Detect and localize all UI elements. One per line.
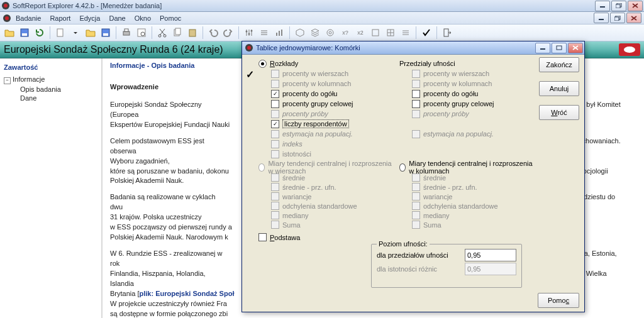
p4c-link[interactable]: plik: Europejski Sondaż Społ (139, 290, 234, 297)
mdi-minimize-button[interactable] (594, 13, 609, 23)
menu-okno[interactable]: Okno (130, 13, 155, 23)
app-close-button[interactable] (628, 1, 643, 11)
brand-logo-icon (619, 43, 640, 56)
menu-edycja[interactable]: Edycja (75, 13, 104, 23)
r2lbl-med: mediany (423, 212, 450, 219)
mdi-close-button[interactable] (626, 13, 641, 23)
wroc-button[interactable]: Wróć (539, 105, 579, 120)
mdi-restore-button[interactable] (610, 13, 625, 23)
radio-icon[interactable] (258, 60, 267, 68)
tb-paste-icon[interactable] (186, 26, 199, 40)
tree-collapse-icon[interactable]: − (4, 77, 11, 84)
tb-cube-icon[interactable] (293, 26, 307, 40)
dialog-maximize-button[interactable] (552, 43, 567, 53)
r2chk-spu (412, 183, 420, 191)
app-restore-button[interactable] (611, 1, 626, 11)
radio-rozklady[interactable]: Rozkłady (258, 58, 393, 69)
svg-point-1 (4, 4, 8, 8)
col-right: Przedziały ufności procenty w wierszach … (399, 58, 534, 241)
chk-podstawa[interactable] (258, 233, 267, 241)
tb-save2-icon[interactable] (99, 26, 113, 40)
rchk-po[interactable] (412, 90, 420, 98)
lbl-pk: procenty w kolumnach (282, 80, 351, 87)
tb-sliders-icon[interactable] (257, 26, 271, 40)
tb-exit-icon[interactable] (440, 26, 454, 40)
tb-redo-icon[interactable] (221, 26, 235, 40)
chk-po[interactable] (271, 90, 279, 98)
groupbox-poziom-ufnosci: Poziom ufności: dla przedziałów ufności … (371, 244, 522, 288)
svg-rect-12 (57, 29, 63, 36)
tb-x2b-icon[interactable]: x2 (353, 26, 367, 40)
r2lbl-spu: średnie - prz. ufn. (423, 184, 477, 191)
radio-icon[interactable] (399, 163, 406, 172)
dialog-titlebar[interactable]: Tablice jednowymiarowe: Komórki (242, 41, 584, 55)
zakoncz-button[interactable]: Zakończ (539, 57, 579, 72)
tree-item-opis-badania[interactable]: Opis badania (3, 85, 99, 94)
svg-point-30 (327, 30, 333, 36)
app-minimize-button[interactable] (595, 1, 610, 11)
radio-miary-kolumny[interactable]: Miary tendencji centralnej i rozproszeni… (399, 162, 534, 173)
tb-layers-icon[interactable] (308, 26, 322, 40)
conf-value-przedzialy[interactable]: 0,95 (465, 249, 516, 261)
tb-x2-icon[interactable]: x? (338, 26, 352, 40)
chk2-med (271, 211, 279, 219)
tb-cut-icon[interactable] (155, 26, 169, 40)
tb-check-icon[interactable] (419, 26, 433, 40)
menu-dane[interactable]: Dane (104, 13, 130, 23)
tb-refresh-icon[interactable] (33, 26, 47, 40)
conf-row-przedzialy: dla przedziałów ufności 0,95 (372, 248, 521, 262)
r2lbl-sum: Suma (423, 221, 441, 229)
rchk-pp (412, 110, 420, 118)
r2chk-sr (412, 173, 420, 182)
radio-icon-disabled (258, 163, 265, 172)
app-titlebar: SoftReport Explorer 4.42.b - [Menedżer b… (0, 0, 644, 12)
chk-lr[interactable] (271, 120, 279, 128)
tb-chart-icon[interactable] (272, 26, 286, 40)
tb-preview-icon[interactable] (135, 26, 148, 40)
tb-list-icon[interactable] (399, 26, 413, 40)
survey-title: Europejski Sondaż Społeczny Runda 6 (24 … (4, 44, 223, 55)
tb-dropdown-icon[interactable] (69, 26, 82, 40)
rlbl-ep: estymacja na populacj. (423, 130, 494, 138)
tb-outline-icon[interactable] (369, 26, 382, 40)
tb-copy-icon[interactable] (170, 26, 184, 40)
tb-open2-icon[interactable] (84, 26, 97, 40)
dialog-body: ✓ Zakończ Anuluj Wróć Pomoc Rozkłady pro… (242, 55, 584, 312)
tree-item-dane[interactable]: Dane (3, 94, 99, 102)
chk-podstawa-row[interactable]: Podstawa (258, 233, 393, 241)
tree-item-label: Dane (20, 94, 36, 102)
tb-undo-icon[interactable] (206, 26, 220, 40)
menu-pomoc[interactable]: Pomoc (155, 13, 186, 23)
tb-equalizer-icon[interactable] (242, 26, 256, 40)
pomoc-button[interactable]: Pomoc (538, 293, 579, 308)
r2chk-war (412, 192, 420, 200)
chk2-os (271, 202, 279, 210)
menu-raport[interactable]: Raport (45, 13, 75, 23)
menu-badanie[interactable]: Badanie (11, 13, 45, 23)
svg-rect-15 (123, 31, 130, 35)
tree-root-informacje[interactable]: −Informacje (3, 75, 99, 85)
tb-grid-icon[interactable] (384, 26, 397, 40)
conf-value-istotnosci: 0,95 (465, 263, 516, 275)
lbl2-war: wariancje (282, 193, 311, 200)
radio-label: Miary tendencji centralnej i rozproszeni… (268, 160, 393, 175)
tb-open-folder-icon[interactable] (3, 26, 16, 40)
groupbox-legend: Poziom ufności: (377, 240, 430, 248)
dialog-minimize-button[interactable] (535, 43, 550, 53)
tb-target-icon[interactable] (323, 26, 337, 40)
svg-rect-23 (189, 30, 196, 36)
chk-idx (271, 140, 279, 148)
p2c: które są poruszane w badaniu, dokonu (110, 167, 230, 177)
sidebar: Zawartość −Informacje Opis badania Dane (0, 58, 103, 318)
svg-rect-43 (557, 46, 562, 50)
tb-save-icon[interactable] (18, 26, 31, 40)
app-window-controls (594, 1, 643, 11)
anuluj-button[interactable]: Anuluj (539, 81, 579, 96)
p3a: Badania są realizowane w cyklach dwu (110, 192, 230, 212)
tb-print-icon[interactable] (119, 26, 133, 40)
dialog-close-button[interactable] (568, 43, 583, 53)
tb-new-doc-icon[interactable] (53, 26, 67, 40)
rchk-pgc[interactable] (412, 100, 420, 108)
chk-pgc[interactable] (271, 100, 279, 108)
chk-pp (271, 110, 279, 118)
